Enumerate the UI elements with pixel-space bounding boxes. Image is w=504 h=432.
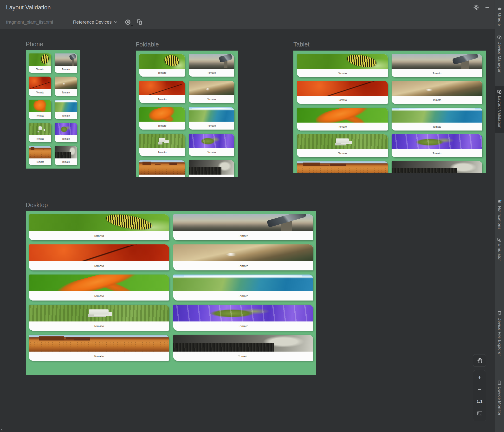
sidebar-item-notifications[interactable]: Notifications — [495, 198, 504, 231]
telescope-city-image — [55, 54, 77, 66]
visibility-icon[interactable] — [124, 18, 131, 26]
emulator-icon — [497, 238, 502, 242]
plant-card-title: Tomato — [29, 231, 169, 240]
plant-card: Tomato — [189, 160, 234, 177]
plant-card: Tomato — [29, 123, 51, 142]
plant-card: Tomato — [173, 335, 313, 361]
farm-aerial-image — [29, 123, 51, 135]
plant-card-title: Tomato — [189, 95, 234, 103]
chevron-down-icon — [114, 21, 117, 23]
purple-river-image — [392, 134, 482, 149]
plant-card: Tomato — [139, 160, 185, 177]
gradle-elephant-icon — [497, 7, 502, 11]
pan-hand-icon — [477, 357, 483, 364]
file-name-label: fragment_plant_list.xml — [6, 19, 53, 25]
plant-card-title: Tomato — [139, 69, 185, 77]
caterpillar-leaf-image — [139, 54, 185, 69]
copy-configuration-icon[interactable] — [136, 19, 143, 26]
tablet-preview[interactable]: TomatoTomatoTomatoTomatoTomatoTomatoToma… — [293, 51, 486, 173]
pan-button[interactable] — [473, 354, 486, 367]
plant-card: Tomato — [55, 77, 77, 96]
sidebar-item-device-manager[interactable]: Device Manager — [495, 34, 504, 74]
plant-card-title: Tomato — [139, 148, 185, 156]
device-file-explorer-icon — [497, 311, 502, 315]
plant-card-title: Tomato — [29, 89, 51, 96]
coast-aerial-image — [173, 275, 313, 291]
sidebar-item-device-file-explorer[interactable]: Device File Explorer — [495, 310, 504, 357]
plant-card: Tomato — [29, 244, 169, 270]
plant-card: Tomato — [189, 81, 234, 103]
caterpillar-leaf-image — [297, 54, 388, 69]
plant-card: Tomato — [297, 54, 388, 77]
red-maple-leaves-image — [29, 77, 51, 89]
zoom-to-fit-button[interactable] — [473, 408, 486, 419]
purple-river-image — [173, 305, 313, 322]
zoom-in-button[interactable]: + — [473, 372, 486, 384]
section-tablet: Tablet TomatoTomatoTomatoTomatoTomatoTom… — [293, 41, 486, 173]
plant-card: Tomato — [139, 134, 185, 156]
device-manager-icon — [497, 35, 502, 39]
zoom-out-button[interactable]: − — [473, 384, 486, 395]
preview-canvas[interactable]: Phone TomatoTomatoTomatoTomatoTomatoToma… — [0, 29, 495, 432]
sidebar-item-label: Device Monitor — [497, 387, 502, 415]
purple-river-image — [55, 123, 77, 135]
plant-card: Tomato — [29, 77, 51, 96]
plant-card-title: Tomato — [189, 69, 234, 77]
sidebar-item-gradle[interactable]: Gradle — [495, 5, 504, 27]
plant-card-title: Tomato — [139, 175, 185, 177]
desert-plain-image — [139, 160, 185, 175]
section-desktop: Desktop TomatoTomatoTomatoTomatoTomatoTo… — [26, 201, 316, 375]
plant-card-title: Tomato — [29, 352, 169, 361]
plant-card: Tomato — [29, 335, 169, 361]
plant-card: Tomato — [29, 100, 51, 119]
plant-card: Tomato — [392, 161, 482, 173]
plant-card-title: Tomato — [173, 261, 313, 270]
sidebar-item-device-monitor[interactable]: Device Monitor — [495, 379, 504, 417]
reference-devices-dropdown[interactable]: Reference Devices — [73, 19, 117, 25]
sidebar-item-label: Notifications — [497, 206, 502, 230]
fit-to-screen-icon — [477, 410, 483, 417]
orange-maple-leaf-image — [29, 275, 169, 291]
wood-beam-drops-image — [55, 77, 77, 89]
caterpillar-leaf-image — [29, 54, 51, 66]
coast-aerial-image — [189, 107, 234, 122]
zoom-controls: + − 1:1 — [473, 370, 486, 421]
sidebar-item-layout-validation[interactable]: Layout Validation — [495, 86, 504, 133]
plant-card-title: Tomato — [29, 322, 169, 331]
desert-plain-image — [297, 161, 388, 173]
plant-card: Tomato — [139, 107, 185, 129]
plant-card-title: Tomato — [189, 122, 234, 129]
plant-card-title: Tomato — [392, 96, 482, 104]
tool-window-titlebar: Layout Validation — [0, 0, 495, 15]
wood-beam-drops-image — [392, 81, 482, 96]
phone-preview[interactable]: TomatoTomatoTomatoTomatoTomatoTomatoToma… — [26, 50, 80, 169]
plant-card: Tomato — [173, 275, 313, 301]
plant-card-title: Tomato — [173, 231, 313, 240]
sidebar-item-label: Gradle — [497, 13, 502, 26]
wood-beam-drops-image — [189, 81, 234, 95]
foldable-preview[interactable]: TomatoTomatoTomatoTomatoTomatoTomatoToma… — [136, 51, 238, 177]
section-label-tablet: Tablet — [293, 41, 486, 48]
plant-card-title: Tomato — [189, 148, 234, 156]
plant-card: Tomato — [55, 100, 77, 119]
tool-window-strip: Gradle Device Manager Layout Validation … — [495, 0, 504, 432]
desert-plain-image — [29, 146, 51, 158]
red-maple-leaves-image — [297, 81, 388, 96]
section-label-foldable: Foldable — [136, 41, 238, 48]
plant-card: Tomato — [55, 123, 77, 142]
plant-card-title: Tomato — [29, 112, 51, 119]
settings-gear-icon[interactable] — [472, 4, 480, 11]
sidebar-item-emulator[interactable]: Emulator — [495, 236, 504, 262]
plant-card: Tomato — [297, 161, 388, 173]
desktop-preview[interactable]: TomatoTomatoTomatoTomatoTomatoTomatoToma… — [26, 211, 316, 375]
plant-card: Tomato — [189, 54, 234, 77]
plant-card: Tomato — [392, 54, 482, 77]
minimize-icon[interactable] — [485, 5, 490, 10]
reference-devices-label: Reference Devices — [73, 19, 112, 25]
zoom-actual-size-button[interactable]: 1:1 — [473, 396, 486, 407]
plant-card-title: Tomato — [29, 291, 169, 301]
plant-card: Tomato — [29, 54, 51, 73]
plant-card-title: Tomato — [139, 95, 185, 103]
caterpillar-leaf-image — [29, 214, 169, 231]
section-foldable: Foldable TomatoTomatoTomatoTomatoTomatoT… — [136, 41, 238, 177]
